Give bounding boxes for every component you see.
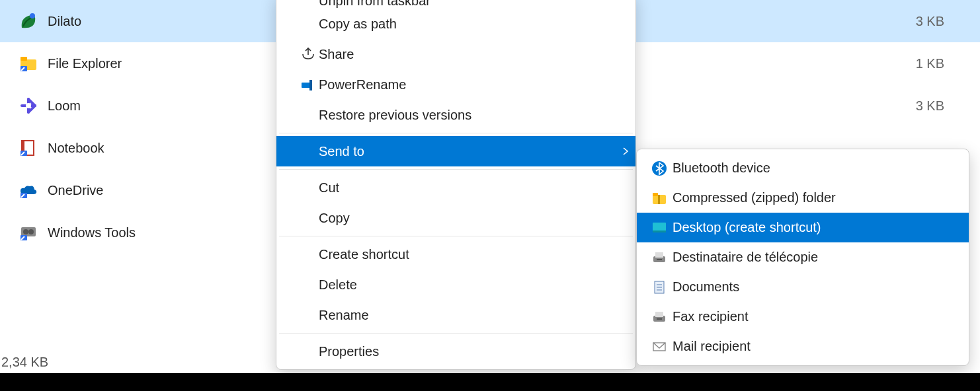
svg-rect-22 bbox=[658, 195, 660, 204]
menu-item-create-shortcut[interactable]: Create shortcut bbox=[276, 239, 635, 269]
fax-icon bbox=[646, 250, 673, 266]
submenu-item-compressed-folder[interactable]: Compressed (zipped) folder bbox=[637, 183, 969, 213]
menu-label: Copy bbox=[319, 211, 635, 226]
share-icon bbox=[296, 47, 319, 61]
zip-folder-icon bbox=[646, 190, 673, 206]
powerrename-icon bbox=[296, 77, 319, 92]
svg-rect-33 bbox=[655, 312, 663, 317]
submenu-arrow-icon bbox=[616, 144, 635, 159]
menu-label: Create shortcut bbox=[319, 247, 635, 262]
file-size: 1 KB bbox=[808, 56, 980, 71]
svg-rect-27 bbox=[657, 259, 662, 260]
svg-rect-34 bbox=[657, 318, 662, 320]
desktop-icon bbox=[646, 220, 673, 236]
menu-item-delete[interactable]: Delete bbox=[276, 269, 635, 300]
menu-item-share[interactable]: Share bbox=[276, 39, 635, 69]
menu-item-send-to[interactable]: Send to bbox=[276, 136, 635, 166]
menu-item-powerrename[interactable]: PowerRename bbox=[276, 69, 635, 100]
menu-label: Restore previous versions bbox=[319, 108, 635, 123]
submenu-label: Desktop (create shortcut) bbox=[673, 220, 821, 235]
submenu-label: Mail recipient bbox=[673, 339, 751, 354]
fax-icon bbox=[646, 309, 673, 325]
svg-rect-18 bbox=[309, 80, 312, 90]
submenu-item-desktop-create-shortcut[interactable]: Desktop (create shortcut) bbox=[637, 213, 969, 242]
menu-item-rename[interactable]: Rename bbox=[276, 300, 635, 330]
submenu-label: Destinataire de télécopie bbox=[673, 250, 818, 265]
svg-point-0 bbox=[30, 13, 35, 18]
svg-rect-23 bbox=[653, 223, 666, 232]
menu-separator bbox=[279, 236, 633, 236]
loom-icon bbox=[19, 96, 38, 116]
menu-label: Delete bbox=[319, 277, 635, 293]
svg-point-15 bbox=[28, 229, 34, 234]
submenu-item-destinataire-telecopie[interactable]: Destinataire de télécopie bbox=[637, 242, 969, 272]
svg-point-14 bbox=[23, 229, 28, 234]
submenu-label: Bluetooth device bbox=[673, 160, 770, 176]
menu-label: Unpin from taskbar bbox=[319, 0, 635, 9]
dilato-icon bbox=[19, 11, 38, 31]
mail-icon bbox=[646, 339, 673, 355]
file-size: 3 KB bbox=[808, 14, 980, 29]
menu-label: Properties bbox=[319, 344, 635, 359]
menu-label: PowerRename bbox=[319, 77, 635, 92]
submenu-item-mail-recipient[interactable]: Mail recipient bbox=[637, 332, 969, 361]
documents-icon bbox=[646, 279, 673, 295]
submenu-label: Fax recipient bbox=[673, 309, 749, 324]
menu-item-cut[interactable]: Cut bbox=[276, 172, 635, 203]
submenu-label: Documents bbox=[673, 279, 739, 295]
submenu-label: Compressed (zipped) folder bbox=[673, 190, 836, 205]
menu-separator bbox=[279, 333, 633, 334]
svg-rect-21 bbox=[653, 193, 658, 196]
submenu-item-bluetooth-device[interactable]: Bluetooth device bbox=[637, 153, 969, 183]
svg-rect-24 bbox=[653, 231, 666, 232]
svg-rect-2 bbox=[20, 57, 27, 61]
svg-rect-17 bbox=[302, 83, 311, 88]
menu-label: Share bbox=[319, 47, 635, 62]
send-to-submenu: Bluetooth device Compressed (zipped) fol… bbox=[636, 149, 969, 366]
menu-label: Copy as path bbox=[319, 17, 635, 32]
menu-item-copy[interactable]: Copy bbox=[276, 203, 635, 233]
file-explorer-icon bbox=[19, 53, 38, 73]
context-menu: Unpin from taskbar Copy as path Share Po… bbox=[276, 0, 636, 370]
bluetooth-icon bbox=[646, 160, 673, 176]
menu-separator bbox=[279, 169, 633, 170]
submenu-item-fax-recipient[interactable]: Fax recipient bbox=[637, 302, 969, 332]
svg-rect-26 bbox=[655, 252, 663, 258]
status-bar-size: 2,34 KB bbox=[0, 355, 48, 373]
svg-point-8 bbox=[26, 103, 31, 108]
menu-label: Cut bbox=[319, 180, 635, 196]
menu-separator bbox=[279, 133, 633, 133]
onedrive-icon bbox=[19, 180, 38, 200]
submenu-item-documents[interactable]: Documents bbox=[637, 272, 969, 302]
menu-label: Send to bbox=[319, 144, 616, 159]
notebook-icon bbox=[19, 138, 38, 158]
menu-item-copy-as-path[interactable]: Copy as path bbox=[276, 9, 635, 39]
menu-item-restore-previous-versions[interactable]: Restore previous versions bbox=[276, 100, 635, 130]
menu-label: Rename bbox=[319, 308, 635, 323]
taskbar-strip bbox=[0, 373, 980, 391]
file-size: 3 KB bbox=[808, 98, 980, 114]
menu-item-unpin-from-taskbar[interactable]: Unpin from taskbar bbox=[276, 0, 635, 9]
windows-tools-icon bbox=[19, 223, 38, 242]
menu-item-properties[interactable]: Properties bbox=[276, 336, 635, 367]
